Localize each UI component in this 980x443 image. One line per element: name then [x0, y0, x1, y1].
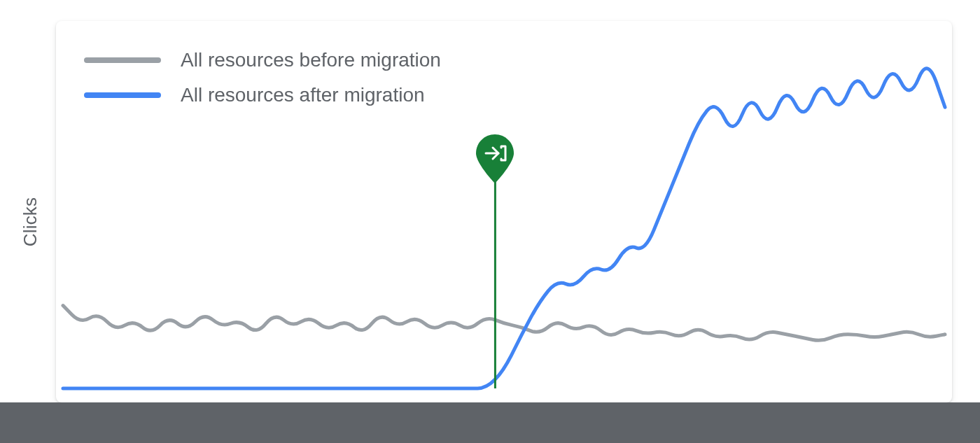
- migration-marker-icon: [476, 134, 514, 172]
- legend-item-after: All resources after migration: [84, 84, 441, 106]
- series-line: [63, 306, 945, 341]
- y-axis-label: Clicks: [20, 197, 41, 246]
- footer-bar: [0, 402, 980, 443]
- legend-swatch-before: [84, 57, 161, 63]
- legend-label-after: All resources after migration: [181, 84, 425, 106]
- chart-card: All resources before migration All resou…: [56, 21, 952, 402]
- legend-item-before: All resources before migration: [84, 49, 441, 71]
- legend-swatch-after: [84, 92, 161, 98]
- legend-label-before: All resources before migration: [181, 49, 441, 71]
- legend: All resources before migration All resou…: [84, 49, 441, 106]
